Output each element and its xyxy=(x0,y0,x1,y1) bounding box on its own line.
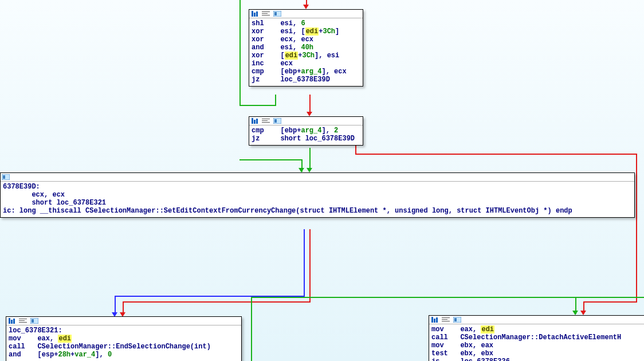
svg-rect-28 xyxy=(436,317,438,323)
arrow-icon xyxy=(572,311,578,315)
break-icon[interactable] xyxy=(2,174,10,180)
edge xyxy=(583,301,637,303)
block-header xyxy=(249,117,363,125)
code-block-1[interactable]: shl esi, 6xor esi, [edi+3Ch]xor ecx, ecx… xyxy=(249,9,363,87)
edge xyxy=(309,229,311,303)
svg-rect-0 xyxy=(252,11,253,17)
svg-rect-27 xyxy=(434,319,435,323)
edge xyxy=(251,297,644,298)
bars-icon[interactable] xyxy=(9,318,15,324)
edge xyxy=(309,148,311,171)
code-block-5[interactable]: mov eax, edicall CSelectionManager::Deta… xyxy=(429,315,644,361)
arrow-icon xyxy=(307,168,312,172)
svg-rect-25 xyxy=(32,319,34,323)
arrow-icon xyxy=(580,311,586,315)
edge xyxy=(239,0,241,106)
svg-rect-4 xyxy=(262,13,268,14)
svg-rect-22 xyxy=(19,320,25,321)
svg-rect-1 xyxy=(254,13,256,17)
edge xyxy=(275,95,276,106)
svg-rect-17 xyxy=(3,175,5,179)
block-header xyxy=(1,173,634,182)
svg-rect-3 xyxy=(262,11,270,12)
block-body: mov eax, edicall CSelectionManager::Deta… xyxy=(429,324,644,361)
break-icon[interactable] xyxy=(30,318,38,324)
svg-rect-33 xyxy=(454,318,457,321)
edge xyxy=(636,154,637,303)
svg-rect-21 xyxy=(19,319,27,319)
svg-rect-5 xyxy=(262,15,270,15)
svg-rect-30 xyxy=(442,319,447,320)
svg-rect-26 xyxy=(431,317,433,323)
code-block-2[interactable]: cmp [ebp+arg_4], 2jz short loc_6378E39D xyxy=(249,116,363,146)
svg-rect-18 xyxy=(9,318,10,324)
block-header xyxy=(6,317,241,325)
arrow-icon xyxy=(303,5,309,9)
arrow-icon xyxy=(299,168,304,172)
break-icon[interactable] xyxy=(273,11,281,17)
break-icon[interactable] xyxy=(453,317,461,323)
block-body: loc_6378E321:mov eax, edicall CSelection… xyxy=(6,325,241,361)
edge xyxy=(239,105,276,106)
code-block-4[interactable]: loc_6378E321:mov eax, edicall CSelection… xyxy=(6,316,242,361)
text-icon[interactable] xyxy=(19,318,27,324)
block-header xyxy=(249,10,363,18)
block-body: 6378E39D: ecx, ecx short loc_6378E321ic:… xyxy=(1,182,634,217)
svg-rect-29 xyxy=(442,317,450,318)
svg-rect-9 xyxy=(254,120,256,124)
text-icon[interactable] xyxy=(262,11,270,17)
text-icon[interactable] xyxy=(442,317,450,323)
arrow-icon xyxy=(307,112,312,116)
edge xyxy=(355,154,637,155)
svg-rect-12 xyxy=(262,120,268,121)
block-body: shl esi, 6xor esi, [edi+3Ch]xor ecx, ecx… xyxy=(249,18,363,86)
edge xyxy=(304,229,305,297)
svg-rect-8 xyxy=(252,118,253,124)
svg-rect-15 xyxy=(274,119,277,123)
svg-rect-11 xyxy=(262,119,270,119)
edge xyxy=(251,297,252,361)
edge xyxy=(123,301,311,303)
svg-rect-31 xyxy=(442,321,450,321)
break-icon[interactable] xyxy=(273,118,281,124)
svg-rect-2 xyxy=(256,11,258,17)
svg-rect-23 xyxy=(19,322,27,323)
svg-rect-10 xyxy=(256,119,258,124)
block-body: cmp [ebp+arg_4], 2jz short loc_6378E39D xyxy=(249,125,363,145)
svg-rect-20 xyxy=(13,319,15,324)
code-block-3[interactable]: 6378E39D: ecx, ecx short loc_6378E321ic:… xyxy=(0,172,635,218)
text-icon[interactable] xyxy=(262,118,270,124)
block-header xyxy=(429,316,644,324)
bars-icon[interactable] xyxy=(252,11,258,17)
edge xyxy=(239,159,303,160)
svg-rect-13 xyxy=(262,122,270,123)
bars-icon[interactable] xyxy=(431,317,438,323)
bars-icon[interactable] xyxy=(252,118,258,124)
svg-rect-7 xyxy=(274,12,277,15)
svg-rect-19 xyxy=(11,320,13,324)
